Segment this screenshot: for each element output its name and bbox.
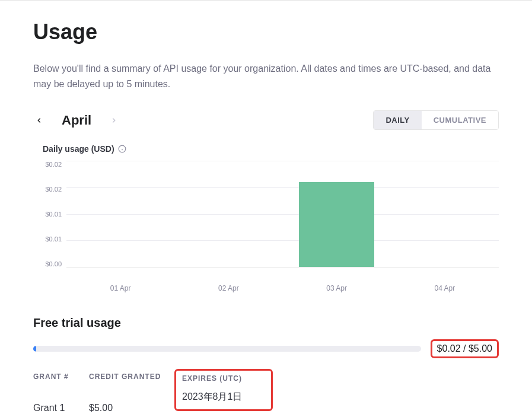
cell-expires: 2023年8月1日 xyxy=(182,391,242,402)
chart-title-row: Daily usage (USD) xyxy=(43,144,499,154)
chevron-right-icon xyxy=(110,116,118,125)
free-trial-section: Free trial usage $0.02 / $5.00 GRANT # C… xyxy=(33,316,499,414)
daily-toggle[interactable]: DAILY xyxy=(374,111,421,129)
page-description: Below you'll find a summary of API usage… xyxy=(33,61,496,91)
prev-month-button[interactable] xyxy=(33,114,45,126)
bars-container xyxy=(66,161,499,267)
chevron-left-icon xyxy=(35,116,43,125)
progress-row: $0.02 / $5.00 xyxy=(33,339,499,358)
x-tick: 01 Apr xyxy=(66,284,174,292)
cumulative-toggle[interactable]: CUMULATIVE xyxy=(422,111,498,129)
y-tick: $0.01 xyxy=(45,211,62,218)
free-trial-title: Free trial usage xyxy=(33,316,499,330)
progress-bar xyxy=(33,346,421,352)
bar-slot xyxy=(66,161,174,267)
chart-title: Daily usage (USD) xyxy=(43,144,114,154)
chart-section: Daily usage (USD) $0.02 $0.02 $0.01 $0.0… xyxy=(33,144,499,292)
plot-area xyxy=(66,161,499,267)
next-month-button[interactable] xyxy=(108,114,120,126)
y-tick: $0.00 xyxy=(45,260,62,267)
chart-area: $0.02 $0.02 $0.01 $0.01 $0.00 xyxy=(33,161,499,279)
cell-grant: Grant 1 xyxy=(33,403,75,413)
cell-credit: $5.00 xyxy=(89,403,166,413)
info-icon[interactable] xyxy=(118,145,126,153)
y-axis: $0.02 $0.02 $0.01 $0.01 $0.00 xyxy=(33,161,66,267)
expires-highlight-box: EXPIRES (UTC) 2023年8月1日 xyxy=(174,369,273,411)
month-nav: April xyxy=(33,113,120,128)
y-tick: $0.02 xyxy=(45,186,62,193)
month-label: April xyxy=(62,113,91,128)
page-title: Usage xyxy=(33,20,499,44)
x-tick: 03 Apr xyxy=(283,284,391,292)
x-axis: 01 Apr02 Apr03 Apr04 Apr xyxy=(66,284,499,292)
month-nav-row: April DAILY CUMULATIVE xyxy=(33,110,499,130)
bar-slot xyxy=(283,161,391,267)
header-expires: EXPIRES (UTC) xyxy=(182,374,265,383)
grants-table: GRANT # CREDIT GRANTED EXPIRES (UTC) 202… xyxy=(33,372,499,414)
view-toggle: DAILY CUMULATIVE xyxy=(373,110,499,130)
y-tick: $0.02 xyxy=(45,161,62,168)
y-tick: $0.01 xyxy=(45,235,62,243)
progress-fill xyxy=(33,346,36,352)
bar-slot xyxy=(391,161,499,267)
x-tick: 04 Apr xyxy=(391,284,499,292)
progress-text: $0.02 / $5.00 xyxy=(437,343,492,354)
page-container: Usage Below you'll find a summary of API… xyxy=(0,1,532,414)
bar[interactable] xyxy=(299,182,375,267)
x-tick: 02 Apr xyxy=(174,284,282,292)
usage-highlight-box: $0.02 / $5.00 xyxy=(431,339,499,358)
bar-slot xyxy=(174,161,282,267)
